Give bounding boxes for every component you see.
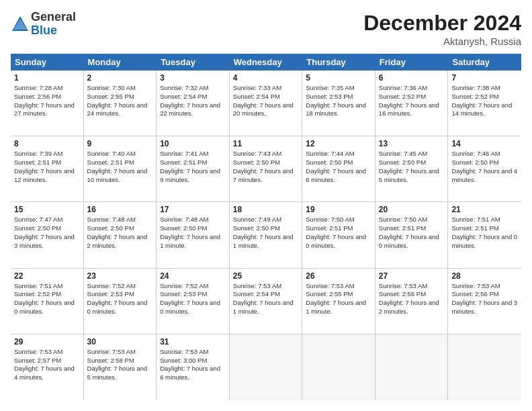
calendar-cell: 27Sunrise: 7:53 AM Sunset: 2:56 PM Dayli… — [375, 269, 449, 334]
cell-info: Sunrise: 7:51 AM Sunset: 2:51 PM Dayligh… — [451, 216, 518, 250]
calendar-cell: 5Sunrise: 7:35 AM Sunset: 2:53 PM Daylig… — [302, 71, 375, 136]
cell-info: Sunrise: 7:53 AM Sunset: 2:56 PM Dayligh… — [451, 282, 518, 316]
calendar-cell — [375, 334, 449, 400]
day-number: 28 — [451, 271, 518, 281]
calendar-cell — [302, 334, 375, 400]
logo-blue: Blue — [31, 24, 76, 38]
calendar-cell: 19Sunrise: 7:50 AM Sunset: 2:51 PM Dayli… — [302, 202, 375, 267]
day-number: 1 — [14, 73, 80, 83]
cell-info: Sunrise: 7:32 AM Sunset: 2:54 PM Dayligh… — [160, 84, 226, 118]
cell-info: Sunrise: 7:46 AM Sunset: 2:50 PM Dayligh… — [451, 150, 518, 184]
day-number: 23 — [87, 271, 153, 281]
calendar-cell: 21Sunrise: 7:51 AM Sunset: 2:51 PM Dayli… — [448, 202, 521, 267]
calendar-cell: 12Sunrise: 7:44 AM Sunset: 2:50 PM Dayli… — [302, 136, 375, 201]
day-number: 9 — [87, 139, 153, 148]
calendar-cell — [448, 334, 521, 400]
calendar-cell: 6Sunrise: 7:36 AM Sunset: 2:52 PM Daylig… — [375, 71, 449, 136]
cell-info: Sunrise: 7:43 AM Sunset: 2:50 PM Dayligh… — [233, 150, 299, 184]
day-number: 20 — [379, 205, 445, 214]
calendar-row: 22Sunrise: 7:51 AM Sunset: 2:52 PM Dayli… — [11, 269, 521, 334]
calendar-cell: 4Sunrise: 7:33 AM Sunset: 2:54 PM Daylig… — [230, 71, 303, 136]
day-number: 22 — [14, 271, 80, 281]
calendar-cell: 14Sunrise: 7:46 AM Sunset: 2:50 PM Dayli… — [448, 136, 521, 201]
calendar-cell: 20Sunrise: 7:50 AM Sunset: 2:51 PM Dayli… — [375, 202, 449, 267]
calendar: SundayMondayTuesdayWednesdayThursdayFrid… — [11, 54, 521, 400]
cell-info: Sunrise: 7:45 AM Sunset: 2:50 PM Dayligh… — [379, 150, 445, 184]
calendar-cell: 9Sunrise: 7:40 AM Sunset: 2:51 PM Daylig… — [84, 136, 157, 201]
day-number: 29 — [14, 337, 80, 347]
logo-text: General Blue — [31, 11, 76, 38]
location: Aktanysh, Russia — [363, 36, 521, 47]
header-day: Wednesday — [230, 54, 303, 71]
calendar-cell: 26Sunrise: 7:53 AM Sunset: 2:55 PM Dayli… — [302, 269, 375, 334]
calendar-cell: 22Sunrise: 7:51 AM Sunset: 2:52 PM Dayli… — [11, 269, 84, 334]
logo: General Blue — [11, 11, 76, 38]
day-number: 11 — [233, 139, 299, 148]
day-number: 4 — [233, 73, 299, 83]
logo-icon — [11, 15, 30, 34]
cell-info: Sunrise: 7:53 AM Sunset: 2:57 PM Dayligh… — [14, 348, 80, 382]
cell-info: Sunrise: 7:30 AM Sunset: 2:55 PM Dayligh… — [87, 84, 153, 118]
cell-info: Sunrise: 7:50 AM Sunset: 2:51 PM Dayligh… — [306, 216, 371, 250]
day-number: 27 — [379, 271, 445, 281]
day-number: 14 — [451, 139, 518, 148]
cell-info: Sunrise: 7:51 AM Sunset: 2:52 PM Dayligh… — [14, 282, 80, 316]
calendar-cell: 11Sunrise: 7:43 AM Sunset: 2:50 PM Dayli… — [230, 136, 303, 201]
calendar-cell: 28Sunrise: 7:53 AM Sunset: 2:56 PM Dayli… — [448, 269, 521, 334]
day-number: 2 — [87, 73, 153, 83]
cell-info: Sunrise: 7:52 AM Sunset: 2:53 PM Dayligh… — [87, 282, 153, 316]
day-number: 19 — [306, 205, 371, 214]
cell-info: Sunrise: 7:53 AM Sunset: 2:56 PM Dayligh… — [379, 282, 445, 316]
day-number: 25 — [233, 271, 299, 281]
day-number: 5 — [306, 73, 371, 83]
calendar-cell: 16Sunrise: 7:48 AM Sunset: 2:50 PM Dayli… — [84, 202, 157, 267]
calendar-row: 15Sunrise: 7:47 AM Sunset: 2:50 PM Dayli… — [11, 202, 521, 268]
header: General Blue December 2024 Aktanysh, Rus… — [11, 11, 521, 47]
svg-marker-1 — [13, 19, 27, 30]
header-day: Saturday — [448, 54, 521, 71]
cell-info: Sunrise: 7:38 AM Sunset: 2:52 PM Dayligh… — [451, 84, 518, 118]
cell-info: Sunrise: 7:39 AM Sunset: 2:51 PM Dayligh… — [14, 150, 80, 184]
day-number: 13 — [379, 139, 445, 148]
calendar-header: SundayMondayTuesdayWednesdayThursdayFrid… — [11, 54, 521, 71]
month-title: December 2024 — [363, 11, 521, 36]
calendar-cell — [230, 334, 303, 400]
cell-info: Sunrise: 7:28 AM Sunset: 2:56 PM Dayligh… — [14, 84, 80, 118]
header-day: Thursday — [302, 54, 375, 71]
calendar-cell: 24Sunrise: 7:52 AM Sunset: 2:53 PM Dayli… — [157, 269, 230, 334]
cell-info: Sunrise: 7:36 AM Sunset: 2:52 PM Dayligh… — [379, 84, 445, 118]
cell-info: Sunrise: 7:47 AM Sunset: 2:50 PM Dayligh… — [14, 216, 80, 250]
calendar-body: 1Sunrise: 7:28 AM Sunset: 2:56 PM Daylig… — [11, 71, 521, 400]
calendar-cell: 25Sunrise: 7:53 AM Sunset: 2:54 PM Dayli… — [230, 269, 303, 334]
cell-info: Sunrise: 7:50 AM Sunset: 2:51 PM Dayligh… — [379, 216, 445, 250]
calendar-row: 8Sunrise: 7:39 AM Sunset: 2:51 PM Daylig… — [11, 136, 521, 202]
header-day: Tuesday — [157, 54, 230, 71]
day-number: 10 — [160, 139, 226, 148]
cell-info: Sunrise: 7:48 AM Sunset: 2:50 PM Dayligh… — [160, 216, 226, 250]
calendar-row: 29Sunrise: 7:53 AM Sunset: 2:57 PM Dayli… — [11, 334, 521, 400]
day-number: 30 — [87, 337, 153, 347]
calendar-row: 1Sunrise: 7:28 AM Sunset: 2:56 PM Daylig… — [11, 71, 521, 136]
calendar-cell: 23Sunrise: 7:52 AM Sunset: 2:53 PM Dayli… — [84, 269, 157, 334]
page: General Blue December 2024 Aktanysh, Rus… — [0, 0, 532, 411]
day-number: 17 — [160, 205, 226, 214]
cell-info: Sunrise: 7:53 AM Sunset: 2:55 PM Dayligh… — [306, 282, 371, 316]
day-number: 6 — [379, 73, 445, 83]
calendar-cell: 31Sunrise: 7:53 AM Sunset: 3:00 PM Dayli… — [157, 334, 230, 400]
calendar-cell: 15Sunrise: 7:47 AM Sunset: 2:50 PM Dayli… — [11, 202, 84, 267]
calendar-cell: 3Sunrise: 7:32 AM Sunset: 2:54 PM Daylig… — [157, 71, 230, 136]
calendar-cell: 13Sunrise: 7:45 AM Sunset: 2:50 PM Dayli… — [375, 136, 449, 201]
day-number: 7 — [451, 73, 518, 83]
calendar-cell: 29Sunrise: 7:53 AM Sunset: 2:57 PM Dayli… — [11, 334, 84, 400]
header-day: Friday — [375, 54, 449, 71]
calendar-cell: 2Sunrise: 7:30 AM Sunset: 2:55 PM Daylig… — [84, 71, 157, 136]
cell-info: Sunrise: 7:48 AM Sunset: 2:50 PM Dayligh… — [87, 216, 153, 250]
day-number: 15 — [14, 205, 80, 214]
header-day: Sunday — [11, 54, 84, 71]
cell-info: Sunrise: 7:35 AM Sunset: 2:53 PM Dayligh… — [306, 84, 371, 118]
calendar-cell: 1Sunrise: 7:28 AM Sunset: 2:56 PM Daylig… — [11, 71, 84, 136]
cell-info: Sunrise: 7:40 AM Sunset: 2:51 PM Dayligh… — [87, 150, 153, 184]
calendar-cell: 30Sunrise: 7:53 AM Sunset: 2:58 PM Dayli… — [84, 334, 157, 400]
day-number: 31 — [160, 337, 226, 347]
day-number: 16 — [87, 205, 153, 214]
